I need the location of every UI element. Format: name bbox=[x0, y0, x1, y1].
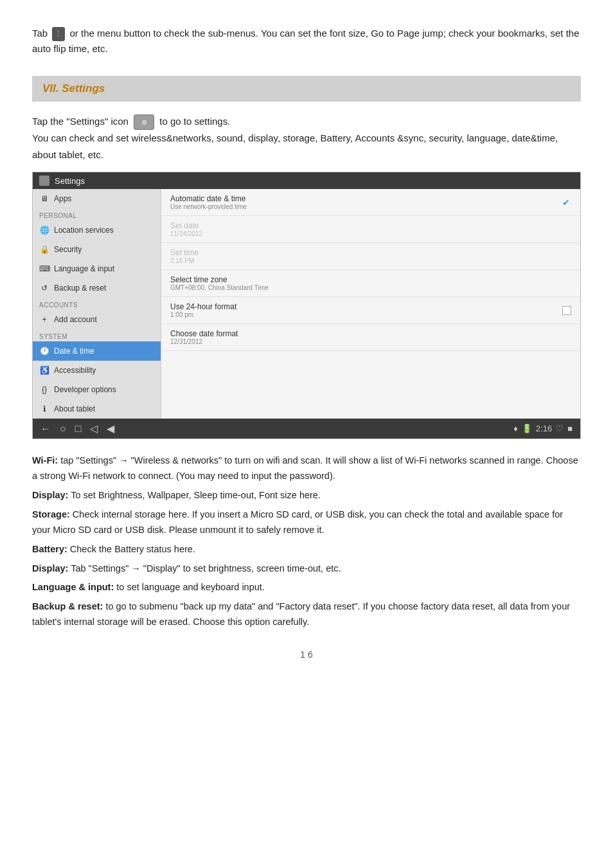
row-24hour[interactable]: Use 24-hour format 1:00 pm bbox=[161, 297, 580, 324]
back-nav-icon[interactable]: ← bbox=[40, 423, 51, 435]
display2-paragraph: Display: Tab "Settings" → "Display" to s… bbox=[32, 561, 581, 577]
developer-label: Developer options bbox=[54, 385, 116, 394]
sidebar-item-add-account[interactable]: + Add account bbox=[33, 310, 161, 329]
intro-paragraph: Tab ⋮ or the menu button to check the su… bbox=[32, 26, 581, 57]
row-date-format[interactable]: Choose date format 12/31/2012 bbox=[161, 324, 580, 351]
datetime-label: Date & time bbox=[54, 347, 94, 356]
storage-text: Check internal storage here. If you inse… bbox=[32, 509, 563, 535]
page-number: 1 6 bbox=[32, 649, 581, 660]
settings-intro-line2: You can check and set wireless&networks,… bbox=[32, 130, 581, 163]
settings-topbar-label: Settings bbox=[55, 176, 85, 186]
developer-icon: {} bbox=[39, 384, 49, 395]
row-timezone[interactable]: Select time zone GMT+08:00, China Standa… bbox=[161, 270, 580, 297]
set-time-sub: 2:16 PM bbox=[170, 257, 571, 264]
settings-intro-line1-after: to go to settings. bbox=[159, 116, 230, 127]
language-paragraph: Language & input: to set language and ke… bbox=[32, 580, 581, 595]
language-text: to set language and keyboard input. bbox=[116, 582, 265, 592]
display2-text: Tab "Settings" → "Display" to set bright… bbox=[71, 563, 341, 574]
display2-label: Display: bbox=[32, 563, 68, 574]
row-set-time: Set time 2:16 PM bbox=[161, 243, 580, 270]
sidebar-item-security[interactable]: 🔒 Security bbox=[33, 240, 161, 259]
timezone-title: Select time zone bbox=[170, 275, 571, 284]
language-icon: ⌨ bbox=[39, 264, 49, 274]
timezone-sub: GMT+08:00, China Standard Time bbox=[170, 284, 571, 291]
set-date-title: Set date bbox=[170, 221, 571, 230]
sidebar-item-apps[interactable]: 🖥 Apps bbox=[33, 189, 161, 208]
battery-paragraph: Battery: Check the Battery status here. bbox=[32, 542, 581, 557]
storage-label: Storage: bbox=[32, 509, 70, 520]
menu-icon: ⋮ bbox=[52, 27, 65, 41]
language-label: Language & input: bbox=[32, 582, 114, 592]
add-account-icon: + bbox=[39, 314, 49, 325]
security-icon: 🔒 bbox=[39, 244, 49, 255]
accounts-section-label: ACCOUNTS bbox=[33, 298, 161, 310]
system-section-label: SYSTEM bbox=[33, 329, 161, 341]
wifi-paragraph: Wi-Fi: tap "Settings" → "Wireless & netw… bbox=[32, 453, 581, 484]
row-auto-datetime[interactable]: Automatic date & time Use network-provid… bbox=[161, 189, 580, 216]
about-label: About tablet bbox=[54, 404, 95, 413]
date-format-title: Choose date format bbox=[170, 329, 571, 338]
settings-intro: Tap the "Settings" icon ⚙ to go to setti… bbox=[32, 113, 581, 163]
intro-text-before: Tab bbox=[32, 28, 48, 39]
battery-icon: 🔋 bbox=[522, 424, 532, 433]
status-time: 2:16 bbox=[536, 424, 552, 433]
display1-paragraph: Display: To set Brightness, Wallpaper, S… bbox=[32, 488, 581, 503]
auto-datetime-sub: Use network-provided time bbox=[170, 203, 561, 210]
settings-right-panel: Automatic date & time Use network-provid… bbox=[161, 189, 580, 419]
sidebar-item-date-time[interactable]: 🕐 Date & time bbox=[33, 341, 161, 361]
display1-label: Display: bbox=[32, 490, 68, 500]
backup-text: to go to submenu "back up my data" and "… bbox=[32, 601, 570, 627]
settings-topbar-icon bbox=[39, 176, 49, 186]
settings-body: 🖥 Apps PERSONAL 🌐 Location services 🔒 Se… bbox=[33, 189, 580, 419]
apps-label: Apps bbox=[54, 194, 71, 203]
sidebar-item-accessibility[interactable]: ♿ Accessibility bbox=[33, 361, 161, 380]
signal-icon: ■ bbox=[567, 424, 573, 433]
wifi-icon: ♦ bbox=[513, 424, 518, 433]
display1-text: To set Brightness, Wallpaper, Sleep time… bbox=[71, 490, 321, 500]
24hour-title: Use 24-hour format bbox=[170, 302, 562, 311]
backup-label: Backup & reset: bbox=[32, 601, 103, 611]
row-set-date: Set date 11/14/2012 bbox=[161, 216, 580, 243]
section-header: VII. Settings bbox=[32, 76, 581, 102]
24hour-sub: 1:00 pm bbox=[170, 311, 562, 318]
security-label: Security bbox=[54, 245, 82, 254]
sidebar-item-about[interactable]: ℹ About tablet bbox=[33, 399, 161, 419]
section-title: VII. Settings bbox=[42, 82, 105, 95]
description-block: Wi-Fi: tap "Settings" → "Wireless & netw… bbox=[32, 453, 581, 630]
settings-screenshot: Settings 🖥 Apps PERSONAL 🌐 Location serv… bbox=[32, 172, 581, 439]
accessibility-icon: ♿ bbox=[39, 365, 49, 375]
set-time-title: Set time bbox=[170, 248, 571, 257]
vol-up-icon[interactable]: ◀ bbox=[107, 422, 114, 435]
status-bar: ♦ 🔋 2:16 ♡ ■ bbox=[513, 424, 573, 433]
wifi-text: tap "Settings" → "Wireless & networks" t… bbox=[32, 455, 578, 481]
settings-intro-line1: Tap the "Settings" icon bbox=[32, 116, 129, 127]
backup-label: Backup & reset bbox=[54, 284, 106, 293]
add-account-label: Add account bbox=[54, 315, 97, 324]
intro-text-after: or the menu button to check the sub-menu… bbox=[32, 28, 579, 54]
about-icon: ℹ bbox=[39, 404, 49, 414]
language-label: Language & input bbox=[54, 264, 114, 273]
settings-sidebar: 🖥 Apps PERSONAL 🌐 Location services 🔒 Se… bbox=[33, 189, 161, 419]
date-format-sub: 12/31/2012 bbox=[170, 338, 571, 345]
sidebar-item-developer[interactable]: {} Developer options bbox=[33, 380, 161, 399]
sidebar-item-backup[interactable]: ↺ Backup & reset bbox=[33, 278, 161, 298]
battery-label: Battery: bbox=[32, 544, 67, 554]
set-date-sub: 11/14/2012 bbox=[170, 230, 571, 237]
auto-datetime-title: Automatic date & time bbox=[170, 194, 561, 203]
location-icon: 🌐 bbox=[39, 225, 49, 235]
home-nav-icon[interactable]: ○ bbox=[60, 423, 66, 435]
24hour-checkbox[interactable] bbox=[562, 306, 571, 315]
personal-section-label: PERSONAL bbox=[33, 208, 161, 221]
backup-paragraph: Backup & reset: to go to submenu "back u… bbox=[32, 599, 581, 630]
settings-topbar: Settings bbox=[33, 172, 580, 189]
wifi-label: Wi-Fi: bbox=[32, 455, 58, 466]
vol-down-icon[interactable]: ◁ bbox=[90, 422, 98, 435]
auto-datetime-check: ✔ bbox=[561, 197, 571, 208]
sidebar-item-language[interactable]: ⌨ Language & input bbox=[33, 259, 161, 278]
heart-icon: ♡ bbox=[556, 424, 564, 433]
apps-icon: 🖥 bbox=[39, 194, 49, 204]
sidebar-item-location[interactable]: 🌐 Location services bbox=[33, 221, 161, 240]
nav-bar: ← ○ □ ◁ ◀ ♦ 🔋 2:16 ♡ ■ bbox=[33, 419, 580, 439]
backup-icon: ↺ bbox=[39, 283, 49, 293]
recents-nav-icon[interactable]: □ bbox=[75, 423, 82, 435]
